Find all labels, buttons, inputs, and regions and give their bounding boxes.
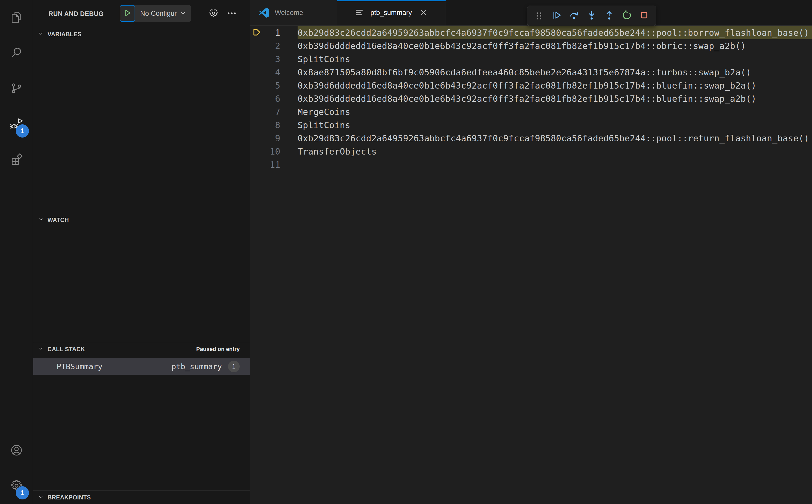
code-line[interactable]: 10 TransferObjects	[250, 145, 812, 158]
restart-button[interactable]	[619, 8, 634, 23]
tab-ptb-summary[interactable]: ptb_summary	[337, 0, 446, 25]
line-text: 0x8ae871505a80d8bf6bf9c05906cda6edfeea46…	[297, 67, 751, 77]
extensions-icon	[10, 153, 23, 167]
stop-button[interactable]	[637, 8, 652, 23]
sidebar-title: RUN AND DEBUG	[48, 10, 104, 18]
continue-button[interactable]	[549, 8, 564, 23]
line-content[interactable]: TransferObjects	[297, 145, 812, 158]
code-line[interactable]: 11	[250, 158, 812, 171]
code-line[interactable]: 9 0xb29d83c26cdd2a64959263abbcfc4a6937f0…	[250, 132, 812, 145]
call-stack-file-label: ptb_summary	[171, 362, 222, 371]
line-content[interactable]: 0xb29d83c26cdd2a64959263abbcfc4a6937f0c9…	[297, 26, 812, 39]
activity-item-source-control[interactable]	[0, 71, 33, 107]
section-header-variables[interactable]: VARIABLES	[33, 27, 250, 41]
activity-item-accounts[interactable]	[0, 433, 33, 468]
line-content[interactable]: 0x8ae871505a80d8bf6bf9c05906cda6edfeea46…	[297, 66, 812, 79]
breakpoint-gutter[interactable]	[250, 119, 266, 132]
activity-item-run-debug[interactable]: 1	[0, 107, 33, 142]
line-number: 10	[266, 146, 280, 157]
line-number: 8	[266, 120, 280, 130]
line-text: SplitCoins	[297, 120, 350, 130]
line-content[interactable]	[297, 158, 812, 171]
configuration-dropdown[interactable]: No Configur	[135, 5, 191, 22]
vscode-logo-icon	[258, 7, 270, 18]
line-content[interactable]: SplitCoins	[297, 53, 812, 66]
breakpoint-gutter[interactable]	[250, 132, 266, 145]
section-header-breakpoints[interactable]: BREAKPOINTS	[33, 491, 250, 504]
breakpoint-gutter[interactable]	[250, 66, 266, 79]
line-content[interactable]: 0xb29d83c26cdd2a64959263abbcfc4a6937f0c9…	[297, 132, 812, 145]
restart-icon	[621, 10, 632, 22]
code-editor[interactable]: 1 0xb29d83c26cdd2a64959263abbcfc4a6937f0…	[250, 26, 812, 504]
ellipsis-icon	[226, 8, 237, 20]
line-text: TransferObjects	[297, 146, 377, 157]
run-debug-sidebar: RUN AND DEBUG No Configur	[33, 0, 250, 504]
step-out-icon	[604, 10, 615, 22]
line-text: 0xb39d6dddedd16ed8a40ce0b1e6b43c92acf0ff…	[297, 94, 756, 104]
section-label: WATCH	[47, 217, 69, 224]
section-header-call-stack[interactable]: CALL STACK Paused on entry	[33, 342, 250, 356]
debug-session-name: PTBSummary	[57, 362, 103, 371]
chevron-down-icon	[37, 216, 44, 224]
code-line[interactable]: 1 0xb29d83c26cdd2a64959263abbcfc4a6937f0…	[250, 26, 812, 39]
breakpoint-gutter[interactable]	[250, 79, 266, 92]
step-into-button[interactable]	[584, 8, 599, 23]
call-stack-session-row[interactable]: PTBSummary ptb_summary 1	[33, 358, 250, 375]
code-line[interactable]: 8 SplitCoins	[250, 119, 812, 132]
activity-bar-spacer	[0, 178, 33, 433]
step-out-button[interactable]	[602, 8, 617, 23]
section-header-watch[interactable]: WATCH	[33, 213, 250, 227]
breakpoint-gutter[interactable]	[250, 158, 266, 171]
breakpoint-gutter[interactable]	[250, 53, 266, 66]
code-line[interactable]: 2 0xb39d6dddedd16ed8a40ce0b1e6b43c92acf0…	[250, 39, 812, 53]
account-icon	[10, 443, 23, 458]
breakpoint-gutter[interactable]	[250, 92, 266, 105]
activity-item-extensions[interactable]	[0, 142, 33, 178]
breakpoint-gutter[interactable]	[250, 145, 266, 158]
files-icon	[10, 10, 23, 25]
line-number: 9	[266, 133, 280, 143]
line-number: 7	[266, 107, 280, 117]
section-breakpoints: BREAKPOINTS	[33, 490, 250, 504]
activity-item-search[interactable]	[0, 36, 33, 71]
close-icon[interactable]	[419, 8, 429, 18]
section-call-stack: CALL STACK Paused on entry PTBSummary pt…	[33, 342, 250, 490]
list-file-icon	[354, 7, 365, 18]
line-text: 0xb39d6dddedd16ed8a40ce0b1e6b43c92acf0ff…	[297, 80, 756, 91]
section-label: VARIABLES	[47, 31, 81, 38]
line-number: 4	[266, 67, 280, 77]
breakpoint-gutter[interactable]	[250, 105, 266, 119]
views-more-actions-button[interactable]	[225, 7, 238, 20]
line-content[interactable]: 0xb39d6dddedd16ed8a40ce0b1e6b43c92acf0ff…	[297, 92, 812, 105]
step-over-button[interactable]	[567, 8, 582, 23]
code-line[interactable]: 6 0xb39d6dddedd16ed8a40ce0b1e6b43c92acf0…	[250, 92, 812, 105]
code-line[interactable]: 3 SplitCoins	[250, 53, 812, 66]
debug-settings-button[interactable]	[207, 7, 220, 20]
line-number: 1	[266, 28, 280, 38]
line-number: 2	[266, 41, 280, 51]
thread-count-badge: 1	[228, 361, 240, 372]
start-debug-button[interactable]	[120, 5, 135, 22]
line-content[interactable]: 0xb39d6dddedd16ed8a40ce0b1e6b43c92acf0ff…	[297, 79, 812, 92]
continue-icon	[551, 10, 562, 22]
code-line[interactable]: 5 0xb39d6dddedd16ed8a40ce0b1e6b43c92acf0…	[250, 79, 812, 92]
line-content[interactable]: 0xb39d6dddedd16ed8a40ce0b1e6b43c92acf0ff…	[297, 39, 812, 53]
tab-label: Welcome	[275, 9, 303, 17]
tab-label: ptb_summary	[370, 9, 412, 17]
line-content[interactable]: MergeCoins	[297, 105, 812, 119]
stop-icon	[639, 10, 650, 22]
breakpoint-gutter[interactable]	[250, 26, 266, 39]
line-text: SplitCoins	[297, 54, 350, 64]
activity-item-settings[interactable]: 1	[0, 468, 33, 504]
launch-configuration-control[interactable]: No Configur	[120, 5, 191, 22]
chevron-down-icon	[37, 30, 44, 38]
line-number: 11	[266, 160, 280, 170]
drag-handle-icon[interactable]	[532, 8, 547, 23]
activity-item-explorer[interactable]	[0, 0, 33, 36]
line-content[interactable]: SplitCoins	[297, 119, 812, 132]
code-line[interactable]: 4 0x8ae871505a80d8bf6bf9c05906cda6edfeea…	[250, 66, 812, 79]
code-line[interactable]: 7 MergeCoins	[250, 105, 812, 119]
settings-badge: 1	[16, 486, 29, 499]
tab-welcome[interactable]: Welcome	[250, 0, 337, 25]
breakpoint-gutter[interactable]	[250, 39, 266, 53]
